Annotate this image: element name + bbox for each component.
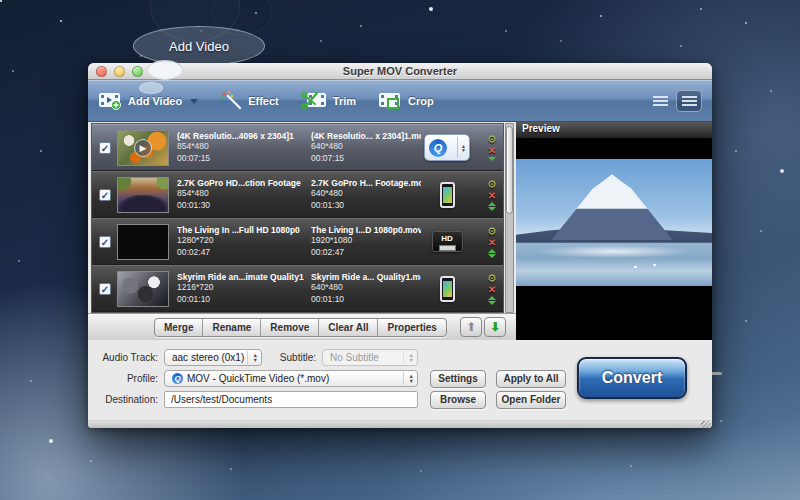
row1-reorder-icons[interactable] bbox=[488, 157, 496, 161]
row2-remove-icon[interactable]: ✕ bbox=[488, 191, 496, 201]
row2-settings-gear-icon[interactable]: ⚙ bbox=[487, 179, 497, 190]
row2-reorder-icons[interactable] bbox=[488, 202, 496, 211]
source-filename: (4K Resolutio...4096 x 2304]1 bbox=[177, 131, 307, 141]
scrollbar-thumb[interactable] bbox=[506, 126, 513, 214]
convert-button[interactable]: Convert bbox=[577, 357, 687, 399]
remove-button[interactable]: Remove bbox=[261, 319, 319, 336]
row1-remove-icon[interactable]: ✕ bbox=[488, 146, 496, 156]
open-folder-button[interactable]: Open Folder bbox=[496, 391, 566, 409]
lake-reflection bbox=[536, 245, 693, 258]
destination-label: Destination: bbox=[92, 394, 158, 405]
effect-label: Effect bbox=[248, 95, 279, 107]
quicktime-format-button[interactable]: Q ▲▼ bbox=[424, 134, 470, 161]
row3-reorder-icons[interactable] bbox=[488, 249, 496, 258]
output-filename: Skyrim Ride a... Quality1.mov bbox=[311, 272, 421, 282]
trim-label: Trim bbox=[333, 95, 356, 107]
source-filename: 2.7K GoPro HD...ction Footage bbox=[177, 178, 307, 188]
destination-input[interactable] bbox=[164, 391, 418, 408]
row4-remove-icon[interactable]: ✕ bbox=[488, 285, 496, 295]
rename-button[interactable]: Rename bbox=[203, 319, 261, 336]
properties-button[interactable]: Properties bbox=[378, 319, 445, 336]
row2-thumbnail bbox=[117, 177, 169, 213]
resize-grip[interactable] bbox=[701, 421, 711, 428]
apply-to-all-button[interactable]: Apply to All bbox=[496, 370, 566, 388]
list-scrollbar[interactable] bbox=[505, 123, 514, 313]
row1-settings-gear-icon[interactable]: ⚙ bbox=[487, 134, 497, 145]
scissors-film-icon bbox=[301, 90, 327, 112]
row4-reorder-icons[interactable] bbox=[488, 296, 496, 305]
video-file-list: ✓ ▶ (4K Resolutio...4096 x 2304]1 854*48… bbox=[91, 123, 504, 313]
callout-tail-bubble-small bbox=[139, 82, 163, 94]
row3-thumbnail bbox=[117, 224, 169, 260]
audio-track-select[interactable]: aac stereo (0x1) ▲▼ bbox=[164, 349, 262, 366]
quicktime-icon: Q bbox=[429, 139, 447, 157]
effect-button[interactable]: Effect bbox=[220, 90, 279, 112]
add-video-callout: Add Video bbox=[133, 26, 265, 66]
profile-value: MOV - QuickTime Video (*.mov) bbox=[187, 373, 329, 384]
chevron-down-icon bbox=[190, 99, 198, 104]
format-stepper[interactable]: ▲▼ bbox=[457, 137, 469, 158]
row1-checkbox[interactable]: ✓ bbox=[99, 142, 111, 154]
move-up-button[interactable]: ⬆ bbox=[460, 317, 482, 337]
source-filename: Skyrim Ride an...imate Quality1 bbox=[177, 272, 307, 282]
video-row-2[interactable]: ✓ 2.7K GoPro HD...ction Footage 854*480 … bbox=[92, 171, 503, 217]
row2-checkbox[interactable]: ✓ bbox=[99, 189, 111, 201]
audio-track-value: aac stereo (0x1) bbox=[172, 352, 244, 363]
app-window: Super MOV Converter Add Video Effect bbox=[88, 63, 712, 428]
video-row-3[interactable]: ✓ The Living In ...Full HD 1080p0 1280*7… bbox=[92, 218, 503, 264]
row3-settings-gear-icon[interactable]: ⚙ bbox=[487, 226, 497, 237]
merge-button[interactable]: Merge bbox=[155, 319, 203, 336]
crop-label: Crop bbox=[408, 95, 434, 107]
crop-button[interactable]: Crop bbox=[378, 90, 434, 112]
output-resolution: 640*480 bbox=[311, 282, 421, 293]
subtitle-value: No Subtitle bbox=[330, 352, 379, 363]
row3-remove-icon[interactable]: ✕ bbox=[488, 238, 496, 248]
quicktime-icon: Q bbox=[172, 373, 183, 384]
preview-title: Preview bbox=[516, 122, 712, 138]
source-resolution: 854*480 bbox=[177, 188, 307, 199]
play-overlay-icon: ▶ bbox=[134, 139, 152, 157]
list-view-icon[interactable] bbox=[653, 96, 668, 107]
profile-select[interactable]: Q MOV - QuickTime Video (*.mov) ▲▼ bbox=[164, 370, 418, 387]
iphone-format-icon[interactable] bbox=[440, 182, 455, 208]
output-duration: 00:01:10 bbox=[311, 294, 421, 305]
stepper-icon: ▲▼ bbox=[403, 372, 414, 385]
hd-camcorder-format-icon[interactable]: HD bbox=[432, 231, 463, 252]
list-actions-group: Merge Rename Remove Clear All Properties bbox=[154, 318, 447, 337]
swan-dot bbox=[634, 266, 637, 268]
row4-settings-gear-icon[interactable]: ⚙ bbox=[487, 273, 497, 284]
detail-view-button[interactable] bbox=[676, 90, 702, 112]
output-resolution: 640*480 bbox=[311, 188, 421, 199]
add-video-label: Add Video bbox=[128, 95, 182, 107]
source-resolution: 854*480 bbox=[177, 141, 307, 152]
output-duration: 00:02:47 bbox=[311, 247, 421, 258]
list-actions-bar: Merge Rename Remove Clear All Properties… bbox=[88, 313, 516, 340]
stepper-icon: ▲▼ bbox=[403, 351, 414, 364]
subtitle-select[interactable]: No Subtitle ▲▼ bbox=[322, 349, 418, 366]
row1-thumbnail: ▶ bbox=[117, 130, 169, 166]
video-row-1[interactable]: ✓ ▶ (4K Resolutio...4096 x 2304]1 854*48… bbox=[92, 124, 503, 170]
move-down-button[interactable]: ⬇ bbox=[484, 317, 506, 337]
output-resolution: 640*480 bbox=[311, 141, 421, 152]
preview-panel: Preview bbox=[516, 122, 712, 340]
source-duration: 00:07:15 bbox=[177, 153, 307, 164]
profile-label: Profile: bbox=[92, 373, 158, 384]
clear-all-button[interactable]: Clear All bbox=[319, 319, 378, 336]
video-row-4[interactable]: ✓ Skyrim Ride an...imate Quality1 1216*7… bbox=[92, 265, 503, 311]
magic-wand-icon bbox=[220, 90, 242, 112]
detail-view-icon bbox=[682, 96, 697, 107]
source-filename: The Living In ...Full HD 1080p0 bbox=[177, 225, 307, 235]
toolbar: Add Video Effect Trim Crop bbox=[88, 80, 712, 122]
trim-button[interactable]: Trim bbox=[301, 90, 356, 112]
view-toggle-group bbox=[653, 90, 702, 112]
output-settings-form: Audio Track: aac stereo (0x1) ▲▼ Subtitl… bbox=[88, 340, 712, 420]
subtitle-label: Subtitle: bbox=[266, 352, 316, 363]
iphone-format-icon[interactable] bbox=[440, 276, 455, 302]
row4-checkbox[interactable]: ✓ bbox=[99, 283, 111, 295]
settings-button[interactable]: Settings bbox=[430, 370, 486, 388]
row4-thumbnail bbox=[117, 271, 169, 307]
row3-checkbox[interactable]: ✓ bbox=[99, 236, 111, 248]
browse-button[interactable]: Browse bbox=[430, 391, 486, 409]
preview-video-frame[interactable] bbox=[516, 138, 712, 286]
output-duration: 00:07:15 bbox=[311, 153, 421, 164]
